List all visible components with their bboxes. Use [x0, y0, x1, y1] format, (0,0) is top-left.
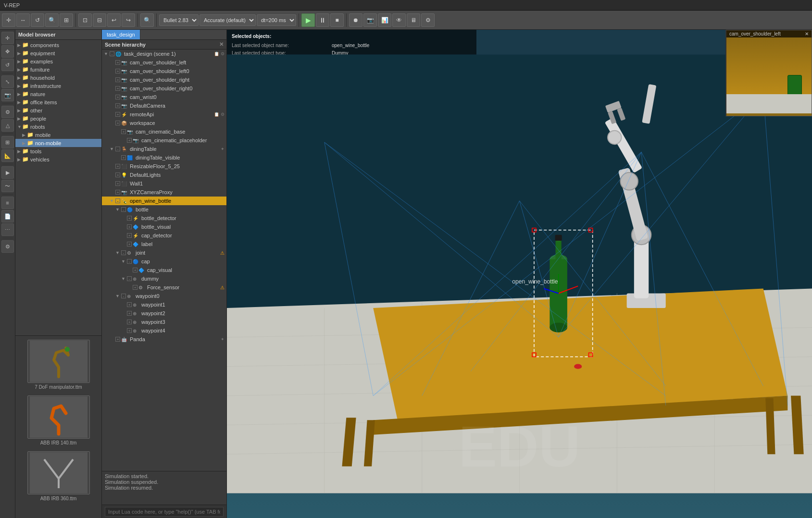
- scene-item-bottle_visual[interactable]: +🔷bottle_visual: [102, 222, 226, 231]
- scene-item-cam_cinematic_placeholder[interactable]: +📷cam_cinematic_placeholder: [102, 136, 226, 145]
- scene-expand-box-bottle[interactable]: -: [121, 207, 126, 212]
- scene-item-diningTable_visible[interactable]: +🟦diningTable_visible: [102, 153, 226, 162]
- scene-expand-box-cap_detector[interactable]: +: [127, 233, 132, 238]
- tab-task-design[interactable]: task_design: [102, 30, 140, 39]
- scene-item-joint[interactable]: ▼-⚙joint⚠: [102, 248, 226, 257]
- scene-expand-box-cam_over_shoulder_right[interactable]: +: [115, 77, 120, 82]
- dt-dropdown[interactable]: dt=200 ms: [257, 14, 296, 26]
- scene-expand-box-bottle_detector[interactable]: +: [127, 216, 132, 221]
- viewport[interactable]: Selected objects: Last selected object n…: [227, 30, 812, 518]
- scene-tree[interactable]: ▼-🌐task_design (scene 1)📋 ⚙+📷cam_over_sh…: [102, 49, 226, 471]
- scene-expand-box-waypoint3[interactable]: +: [127, 320, 132, 324]
- scene-expand-box-cam_cinematic_base[interactable]: +: [121, 129, 126, 134]
- scene-item-waypoint1[interactable]: +⊕waypoint1: [102, 300, 226, 309]
- model-tree-item-components[interactable]: ▶📁components: [15, 41, 101, 49]
- scene-item-dummy[interactable]: ▼-⊕dummy: [102, 274, 226, 283]
- scene-expand-box-cam_wrist0[interactable]: +: [115, 95, 120, 99]
- scene-hierarchy-close[interactable]: ✕: [219, 41, 224, 48]
- model-tree-item-mobile[interactable]: ▶📁mobile: [15, 131, 101, 139]
- tool-measure[interactable]: 📐: [1, 149, 14, 162]
- scene-expand-box-DefaultCamera[interactable]: +: [115, 103, 120, 108]
- scene-expand-box-waypoint4[interactable]: +: [127, 328, 132, 333]
- scene-expand-box-diningTable[interactable]: -: [115, 147, 120, 151]
- tool-grid[interactable]: ⊞: [1, 136, 14, 148]
- scene-item-diningTable[interactable]: ▼-🪑diningTable✦: [102, 145, 226, 153]
- toolbar-btn-9[interactable]: ↪: [122, 13, 135, 27]
- toolbar-search-btn[interactable]: 🔍: [140, 13, 154, 27]
- model-tree-item-office_items[interactable]: ▶📁office items: [15, 98, 101, 106]
- scene-item-cam_over_shoulder_right0[interactable]: +📷cam_over_shoulder_right0: [102, 84, 226, 93]
- tool-joints[interactable]: ⚙: [1, 106, 14, 118]
- toolbar-btn-5[interactable]: ⊞: [60, 13, 73, 27]
- scene-item-bottle[interactable]: ▼-🔵bottle: [102, 205, 226, 214]
- scene-item-Wall1[interactable]: +⬛Wall1: [102, 179, 226, 188]
- scene-item-cam_over_shoulder_left[interactable]: +📷cam_over_shoulder_left: [102, 58, 226, 67]
- scene-expand-box-cap_visual[interactable]: +: [133, 268, 137, 272]
- scene-expand-box-diningTable_visible[interactable]: +: [121, 155, 126, 160]
- graph-btn[interactable]: 📊: [378, 13, 391, 27]
- scene-expand-box-joint[interactable]: -: [121, 250, 126, 255]
- accuracy-dropdown[interactable]: Accurate (default): [200, 14, 256, 26]
- model-browser-tree[interactable]: ▶📁components▶📁equipment▶📁examples▶📁furni…: [15, 40, 101, 335]
- scene-expand-box-waypoint1[interactable]: +: [127, 302, 132, 307]
- scene-expand-box-bottle_visual[interactable]: +: [127, 224, 132, 229]
- model-tree-item-household[interactable]: ▶📁household: [15, 74, 101, 82]
- tool-select[interactable]: ✛: [1, 32, 14, 44]
- scene-item-cap_detector[interactable]: +⚡cap_detector: [102, 231, 226, 240]
- scene-item-cap_visual[interactable]: +🔷cap_visual: [102, 266, 226, 274]
- screen-btn[interactable]: 🖥: [407, 13, 420, 27]
- scene-item-waypoint0[interactable]: ▼-⊕waypoint0: [102, 292, 226, 300]
- scene-item-label[interactable]: +🔷label: [102, 240, 226, 248]
- scene-item-Force_sensor[interactable]: +⚙Force_sensor⚠: [102, 283, 226, 292]
- toolbar-btn-7[interactable]: ⊟: [93, 13, 106, 27]
- model-tree-item-people[interactable]: ▶📁people: [15, 114, 101, 123]
- mini-cam-close[interactable]: ✕: [805, 31, 809, 37]
- scene-expand-box-Wall1[interactable]: +: [115, 181, 120, 186]
- play-button[interactable]: ▶: [301, 13, 315, 27]
- settings-btn[interactable]: ⚙: [421, 13, 435, 27]
- tool-scale[interactable]: ⤡: [1, 75, 14, 88]
- thumbnail-7-dof-manipulator.ttm[interactable]: 7 DoF manipulator.ttm: [27, 340, 90, 390]
- tool-path[interactable]: 〜: [1, 180, 14, 192]
- scene-expand-box-workspace[interactable]: +: [115, 121, 120, 125]
- model-tree-item-vehicles[interactable]: ▶📁vehicles: [15, 155, 101, 163]
- scene-expand-box-cam_cinematic_placeholder[interactable]: +: [127, 138, 132, 143]
- scene-item-task_design[interactable]: ▼-🌐task_design (scene 1)📋 ⚙: [102, 49, 226, 58]
- scene-item-cam_cinematic_base[interactable]: +📷cam_cinematic_base: [102, 127, 226, 136]
- scene-expand-box-waypoint0[interactable]: -: [121, 294, 126, 298]
- scene-expand-box-task_design[interactable]: -: [110, 51, 114, 56]
- scene-expand-box-open_wine_bottle[interactable]: -: [115, 198, 120, 203]
- scene-expand-box-label[interactable]: +: [127, 242, 132, 247]
- tool-settings2[interactable]: ⚙: [1, 240, 14, 253]
- scene-item-bottle_detector[interactable]: +⚡bottle_detector: [102, 214, 226, 222]
- eye-btn[interactable]: 👁: [392, 13, 406, 27]
- toolbar-btn-2[interactable]: ↔: [16, 13, 30, 27]
- scene-item-waypoint3[interactable]: +⊕waypoint3: [102, 318, 226, 326]
- stop-button[interactable]: ■: [330, 13, 344, 27]
- scene-expand-box-ResizableFloor_5_25[interactable]: +: [115, 164, 120, 169]
- scene-item-XYZCameraProxy[interactable]: +📷XYZCameraProxy: [102, 188, 226, 197]
- lua-input-field[interactable]: [105, 507, 224, 517]
- scene-item-ResizableFloor_5_25[interactable]: +⬛ResizableFloor_5_25: [102, 162, 226, 171]
- toolbar-btn-8[interactable]: ↩: [107, 13, 121, 27]
- tool-move[interactable]: ✥: [1, 45, 14, 58]
- thumbnail-abb-irb-140.ttm[interactable]: ABB IRB 140.ttm: [27, 395, 90, 445]
- scene-item-DefaultCamera[interactable]: +📷DefaultCamera: [102, 101, 226, 110]
- model-tree-item-furniture[interactable]: ▶📁furniture: [15, 65, 101, 74]
- scene-item-cam_over_shoulder_left0[interactable]: +📷cam_over_shoulder_left0: [102, 67, 226, 75]
- scene-expand-box-Force_sensor[interactable]: +: [133, 285, 137, 290]
- cam-btn[interactable]: 📷: [363, 13, 377, 27]
- scene-expand-box-cam_over_shoulder_right0[interactable]: +: [115, 86, 120, 91]
- scene-expand-box-cap[interactable]: -: [127, 259, 132, 264]
- model-tree-item-tools[interactable]: ▶📁tools: [15, 147, 101, 155]
- model-tree-item-non_mobile[interactable]: ▶📁non-mobile: [15, 139, 101, 147]
- model-tree-item-equipment[interactable]: ▶📁equipment: [15, 49, 101, 57]
- model-tree-item-other[interactable]: ▶📁other: [15, 106, 101, 114]
- model-tree-item-nature[interactable]: ▶📁nature: [15, 90, 101, 98]
- scene-item-waypoint4[interactable]: +⊕waypoint4: [102, 326, 226, 335]
- scene-item-cam_wrist0[interactable]: +📷cam_wrist0: [102, 93, 226, 101]
- scene-item-open_wine_bottle[interactable]: ▼-🍾open_wine_bottle: [102, 197, 226, 205]
- scene-item-waypoint2[interactable]: +⊕waypoint2: [102, 309, 226, 318]
- physics-engine-dropdown[interactable]: Bullet 2.83: [159, 14, 199, 26]
- thumbnail-abb-irb-360.ttm[interactable]: ABB IRB 360.ttm: [27, 451, 90, 501]
